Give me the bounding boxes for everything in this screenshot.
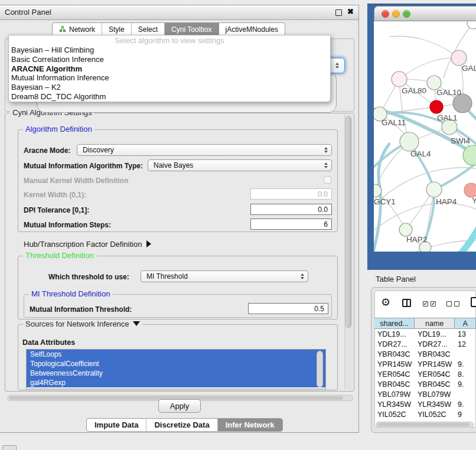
table-cell: YBR043C <box>415 350 455 358</box>
dock-panel-icon[interactable] <box>2 445 17 450</box>
table-cell: 9. <box>455 360 476 369</box>
tab-select[interactable]: Select <box>132 23 165 36</box>
apply-button-label: Apply <box>170 402 190 410</box>
select-all-checkboxes-icon[interactable]: ✓✓ <box>423 301 436 306</box>
mi-type-label: Mutual Information Algorithm Type: <box>24 162 143 170</box>
table-cell: YDR27... <box>374 340 415 348</box>
close-icon[interactable]: ✖ <box>347 7 354 16</box>
column-header[interactable]: A <box>455 318 476 328</box>
network-node[interactable] <box>464 183 476 197</box>
mi-threshold-input[interactable]: 0.5 <box>248 303 328 314</box>
aracne-mode-label: Aracne Mode: <box>24 146 70 155</box>
network-node[interactable] <box>430 100 443 113</box>
table-row[interactable]: YIL052CYIL052C9 <box>374 409 476 419</box>
kernel-width-label: Kernel Width (0,1): <box>24 191 86 199</box>
hub-section-toggle[interactable]: Hub/Transcription Factor Definition <box>24 240 151 249</box>
network-canvas[interactable]: GALGAL80GAL10GAL11GAL1SWI4GAL4GCY1HAP4YH… <box>374 21 476 252</box>
settings-scrollbar-thumb[interactable] <box>345 116 351 328</box>
algorithm-option[interactable]: Bayesian – Hill Climbing <box>9 45 330 55</box>
table-cell: YDR27... <box>415 340 455 348</box>
attribute-item[interactable]: BetweennessCentrality <box>27 369 325 378</box>
kernel-width-value: 0.0 <box>318 190 328 198</box>
network-window-titlebar[interactable] <box>374 6 476 21</box>
attribute-item[interactable]: gal4RGexp <box>27 378 325 387</box>
network-node[interactable] <box>399 223 412 236</box>
which-threshold-value: MI Threshold <box>146 272 188 281</box>
dpi-tolerance-input[interactable]: 0.0 <box>250 204 332 215</box>
table-cell: YLR345W <box>415 400 455 409</box>
data-attributes-label: Data Attributes <box>22 338 75 347</box>
table-panel-title: Table Panel <box>376 275 416 283</box>
manual-kernel-checkbox[interactable] <box>324 176 331 184</box>
algorithm-option[interactable]: ARACNE Algorithm <box>9 64 330 74</box>
table-row[interactable]: YDR27...YDR27...12 <box>374 339 476 349</box>
dpi-tolerance-label: DPI Tolerance [0,1]: <box>24 206 89 214</box>
table-row[interactable]: YLR345WYLR345W9. <box>374 399 476 409</box>
table-row[interactable]: YBL079WYBL079W <box>374 389 476 399</box>
tab-network[interactable]: Network <box>53 23 102 36</box>
tab-label: Impute Data <box>94 420 138 429</box>
table-cell: YER054C <box>415 370 455 379</box>
table-horizontal-scrollbar[interactable] <box>376 422 474 428</box>
settings-scrollbar[interactable] <box>344 115 353 390</box>
column-header[interactable]: shared... <box>374 318 415 328</box>
mi-threshold-value: 0.5 <box>314 305 324 313</box>
dropdown-prompt: Select algorithm to view settings <box>9 35 330 45</box>
gear-icon[interactable]: ⚙ <box>381 297 390 308</box>
algorithm-option[interactable]: Mutual Information Inference <box>9 73 330 83</box>
network-edge[interactable] <box>440 224 476 252</box>
network-node[interactable] <box>426 182 442 197</box>
minimize-traffic-light-icon[interactable] <box>392 10 400 18</box>
table-row[interactable]: YER054CYER054C8. <box>374 369 476 379</box>
attribute-item[interactable]: SelfLoops <box>27 350 325 359</box>
algorithm-option[interactable]: Basic Correlation Inference <box>9 55 330 64</box>
data-attributes-list[interactable]: SelfLoopsTopologicalCoefficientBetweenne… <box>26 349 326 389</box>
float-window-icon[interactable] <box>335 9 342 16</box>
kernel-width-input[interactable]: 0.0 <box>250 188 332 200</box>
mi-threshold-label: Mutual Information Threshold: <box>30 305 132 314</box>
close-traffic-light-icon[interactable] <box>382 10 389 18</box>
control-panel-titlebar[interactable]: Control Panel ✖ <box>0 5 358 20</box>
columns-icon[interactable] <box>402 299 411 307</box>
algorithm-option[interactable]: Bayesian – K2 <box>9 83 330 92</box>
table-row[interactable]: YBR045CYBR045C9. <box>374 379 476 389</box>
table-cell: YBR043C <box>374 350 415 358</box>
table-row[interactable]: YBR043CYBR043C <box>374 349 476 359</box>
column-header[interactable]: name <box>415 318 455 328</box>
attribute-item[interactable]: TopologicalCoefficient <box>27 359 325 369</box>
network-edge[interactable] <box>390 36 459 58</box>
algorithm-option[interactable]: Dream8 DC_TDC Algorithm <box>9 92 330 102</box>
network-node[interactable] <box>392 71 407 87</box>
table-row[interactable]: YDL19...YDL19...13 <box>374 329 476 339</box>
control-panel-title: Control Panel <box>5 8 51 17</box>
tab-label: Discretize Data <box>154 420 209 429</box>
hub-section-label: Hub/Transcription Factor Definition <box>24 240 142 249</box>
zoom-traffic-light-icon[interactable] <box>403 10 410 18</box>
document-icon[interactable] <box>471 297 476 307</box>
mi-steps-input[interactable]: 6 <box>250 219 332 230</box>
tab-discretize-data[interactable]: Discretize Data <box>146 419 217 431</box>
attributes-scrollbar[interactable] <box>317 351 323 387</box>
mi-type-combo[interactable]: Naive Bayes <box>148 159 332 171</box>
tab-style[interactable]: Style <box>102 23 132 36</box>
node-label: SWI4 <box>451 136 470 145</box>
tab-impute-data[interactable]: Impute Data <box>87 419 146 431</box>
node-label: GAL <box>462 64 476 73</box>
algorithm-dropdown[interactable]: Select algorithm to view settings Bayesi… <box>8 35 331 102</box>
tab-jactivemnodules[interactable]: jActiveMNodules <box>219 23 285 36</box>
apply-button[interactable]: Apply <box>158 399 201 413</box>
deselect-all-checkboxes-icon[interactable] <box>446 301 459 306</box>
table-hscrollbar-thumb[interactable] <box>377 423 470 426</box>
tab-cyni-toolbox[interactable]: Cyni Toolbox <box>165 23 219 36</box>
aracne-mode-combo[interactable]: Discovery <box>77 144 332 156</box>
network-node[interactable] <box>467 21 476 29</box>
which-threshold-combo[interactable]: MI Threshold <box>141 270 308 282</box>
tab-infer-network[interactable]: Infer Network <box>218 419 282 431</box>
network-edge[interactable] <box>374 203 476 235</box>
tab-label: Style <box>109 25 125 34</box>
node-label: Y <box>472 196 476 205</box>
table-cell: YBL079W <box>374 390 415 399</box>
sources-group-title[interactable]: Sources for Network Inference <box>23 319 142 328</box>
table-row[interactable]: YPR145WYPR145W9. <box>374 359 476 369</box>
network-node[interactable] <box>400 132 419 151</box>
